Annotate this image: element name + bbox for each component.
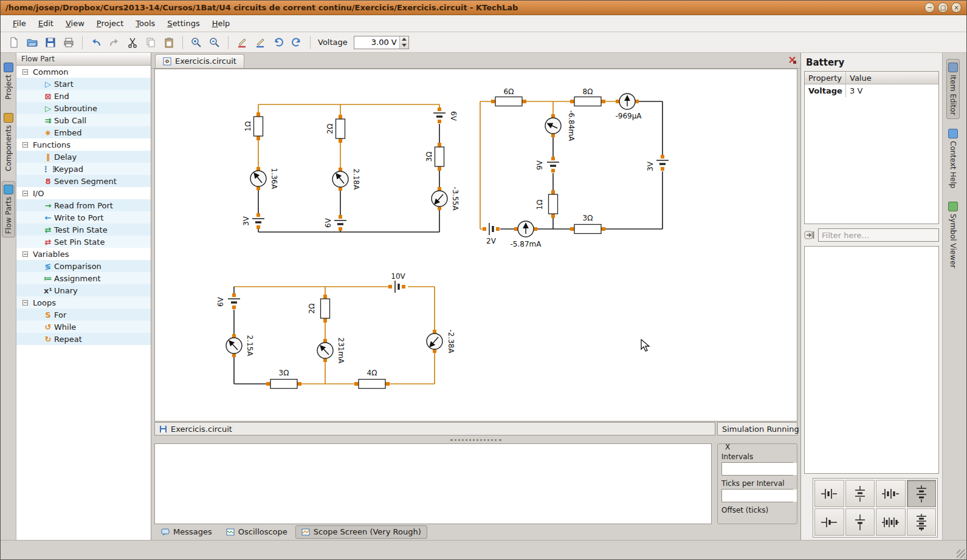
intervals-spinbox[interactable] xyxy=(721,462,793,476)
resistor[interactable] xyxy=(549,190,558,218)
collapse-icon[interactable]: − xyxy=(22,300,28,306)
resistor[interactable] xyxy=(354,380,390,389)
zoom-out-button[interactable] xyxy=(206,34,223,51)
tree-item-read-from-port[interactable]: → Read from Port xyxy=(16,199,151,211)
filter-input[interactable] xyxy=(818,228,939,242)
oscilloscope-display[interactable] xyxy=(154,443,712,524)
tab-context-help[interactable]: Context Help xyxy=(946,125,960,192)
menu-help[interactable]: Help xyxy=(206,16,236,30)
circuit-canvas[interactable]: 1Ω 2Ω 3Ω 3V 6V 6V 1.36A 2.18A -3.55A xyxy=(154,69,797,422)
tree-item-repeat[interactable]: ↻ Repeat xyxy=(16,333,151,345)
tree-item-end[interactable]: ⊠ End xyxy=(16,90,151,102)
tree-group-loops[interactable]: − Loops xyxy=(16,296,151,309)
cut-button[interactable] xyxy=(124,34,141,51)
collapse-icon[interactable]: − xyxy=(22,191,28,196)
draw-tool-red-button[interactable] xyxy=(233,34,250,51)
tab-components[interactable]: Components xyxy=(2,109,15,175)
collapse-icon[interactable]: − xyxy=(22,251,28,257)
tree-group-io[interactable]: − I/O xyxy=(16,187,151,199)
battery-variant-button-selected[interactable] xyxy=(907,480,937,507)
battery[interactable] xyxy=(433,108,446,123)
zoom-in-button[interactable] xyxy=(188,34,205,51)
menu-edit[interactable]: Edit xyxy=(32,16,60,30)
battery-variant-button[interactable] xyxy=(876,480,906,507)
tree-item-seven-segment[interactable]: 8 Seven Segment xyxy=(16,175,151,187)
tab-project[interactable]: Project xyxy=(2,59,15,103)
tab-item-editor[interactable]: Item Editor xyxy=(946,59,960,119)
rotate-cw-button[interactable] xyxy=(288,34,305,51)
tree-item-subroutine[interactable]: ▷ Subroutine xyxy=(16,102,151,114)
rotate-ccw-button[interactable] xyxy=(270,34,287,51)
resistor[interactable] xyxy=(321,295,330,323)
undo-button[interactable] xyxy=(88,34,105,51)
copy-button[interactable] xyxy=(142,34,159,51)
circuit-2[interactable]: 6Ω 8Ω 1Ω 3Ω 9V 3V 2V -969µA -6.84mA -5.8… xyxy=(480,87,669,248)
battery[interactable] xyxy=(388,281,405,293)
value-header-cell[interactable]: Value xyxy=(846,72,875,84)
battery[interactable] xyxy=(228,293,240,309)
titlebar[interactable]: /home/josep/Dropbox/Curs2013-14/Cursos/1… xyxy=(1,1,966,15)
tab-exercicis-circuit[interactable]: Exercicis.circuit xyxy=(155,54,244,68)
ticks-input[interactable] xyxy=(722,490,797,502)
battery[interactable] xyxy=(547,157,559,172)
draw-tool-blue-button[interactable] xyxy=(252,34,269,51)
battery-variant-button[interactable] xyxy=(876,508,906,536)
resistor[interactable] xyxy=(266,380,301,389)
battery-variant-button[interactable] xyxy=(814,508,844,536)
tree-item-comparison[interactable]: ≶ Comparison xyxy=(16,260,151,272)
property-value-cell[interactable]: 3 V xyxy=(846,84,866,97)
maximize-button[interactable]: □ xyxy=(938,2,948,13)
battery[interactable] xyxy=(334,215,346,231)
circuit-3[interactable]: 10V 6V 2Ω 3Ω 4Ω 2.15A 231mA -2.38A xyxy=(216,272,455,389)
tree-group-common[interactable]: − Common xyxy=(16,66,151,78)
voltage-spin-buttons[interactable] xyxy=(399,36,408,49)
battery-variant-button[interactable] xyxy=(814,480,844,507)
spin-down-icon[interactable] xyxy=(400,43,408,49)
dock-splitter[interactable] xyxy=(151,436,800,443)
menu-file[interactable]: File xyxy=(7,16,32,30)
component-list[interactable] xyxy=(804,246,939,474)
tree-item-while[interactable]: ↺ While xyxy=(16,321,151,333)
print-button[interactable] xyxy=(60,34,77,51)
close-button[interactable]: × xyxy=(951,2,962,13)
battery[interactable] xyxy=(656,155,669,171)
open-file-button[interactable] xyxy=(24,34,41,51)
tree-item-for[interactable]: S For xyxy=(16,309,151,321)
paste-button[interactable] xyxy=(160,34,177,51)
tree-group-functions[interactable]: − Functions xyxy=(16,138,151,151)
property-row-voltage[interactable]: Voltage 3 V xyxy=(805,84,938,97)
collapse-icon[interactable]: − xyxy=(22,142,28,148)
menu-project[interactable]: Project xyxy=(91,16,130,30)
tree-item-delay[interactable]: ‖ Delay xyxy=(16,151,151,163)
battery-variant-button[interactable] xyxy=(845,480,875,507)
tree-item-keypad[interactable]: ⋮⋮ Keypad xyxy=(16,163,151,175)
tree-group-variables[interactable]: − Variables xyxy=(16,248,151,260)
tab-flow-parts[interactable]: Flow Parts xyxy=(2,181,15,237)
tree-item-assignment[interactable]: ≔ Assignment xyxy=(16,272,151,284)
tree-item-start[interactable]: ▷ Start xyxy=(16,78,151,90)
battery-variant-button[interactable] xyxy=(845,508,875,536)
tab-messages[interactable]: Messages xyxy=(155,525,218,539)
voltage-spinbox[interactable] xyxy=(354,36,409,49)
tab-scope-screen[interactable]: Scope Screen (Very Rough) xyxy=(295,525,427,539)
menu-settings[interactable]: Settings xyxy=(161,16,205,30)
tab-symbol-viewer[interactable]: Symbol Viewer xyxy=(946,198,960,271)
ticks-spinbox[interactable] xyxy=(721,489,793,502)
circuit-1[interactable]: 1Ω 2Ω 3Ω 3V 6V 6V 1.36A 2.18A -3.55A xyxy=(242,104,459,232)
redo-button[interactable] xyxy=(106,34,123,51)
battery[interactable] xyxy=(483,223,500,235)
tab-oscilloscope[interactable]: Oscilloscope xyxy=(220,525,294,539)
battery[interactable] xyxy=(252,213,264,229)
tree-item-test-pin-state[interactable]: ⇄ Test Pin State xyxy=(16,224,151,236)
resize-grip[interactable] xyxy=(957,550,965,558)
property-header-cell[interactable]: Property xyxy=(805,72,846,84)
tree-item-embed[interactable]: ∗ Embed xyxy=(16,126,151,138)
spin-up-icon[interactable] xyxy=(400,36,408,43)
resistor[interactable] xyxy=(491,97,526,106)
resistor[interactable] xyxy=(254,112,263,140)
tree-item-write-to-port[interactable]: ← Write to Port xyxy=(16,211,151,224)
battery-variant-button[interactable] xyxy=(907,508,937,536)
save-button[interactable] xyxy=(42,34,59,51)
menu-view[interactable]: View xyxy=(60,16,91,30)
resistor[interactable] xyxy=(570,97,605,106)
